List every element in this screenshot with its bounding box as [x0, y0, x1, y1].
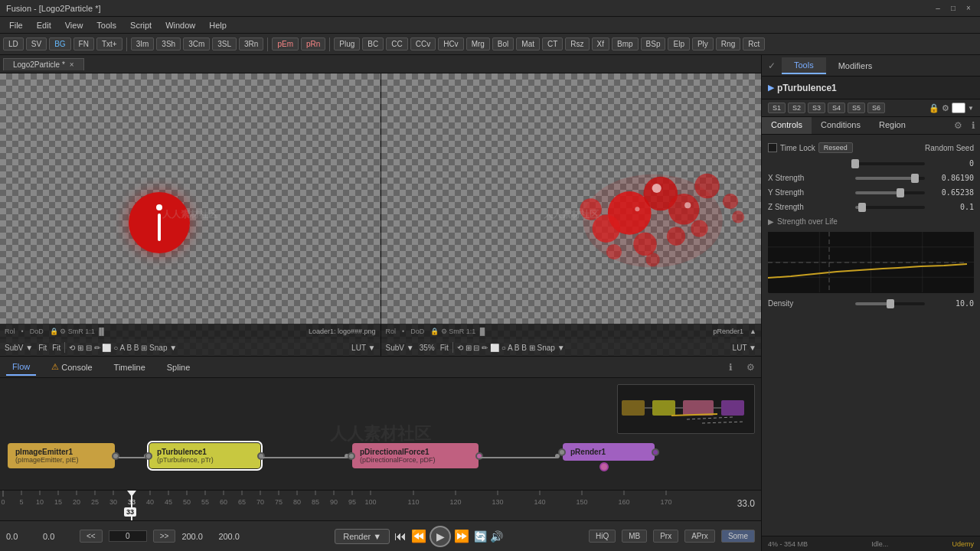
vt-pct-right[interactable]: 35%: [418, 344, 436, 352]
toolbar-btn-bg[interactable]: BG: [49, 37, 70, 51]
toolbar-btn-prn[interactable]: pRn: [301, 37, 325, 51]
color-swatch[interactable]: [952, 103, 965, 113]
node1-port-out[interactable]: [112, 452, 119, 460]
volume-btn[interactable]: 🔊: [490, 530, 503, 543]
toolbar-btn-mat[interactable]: Mat: [516, 37, 540, 51]
toolbar-btn-cc[interactable]: CC: [386, 37, 407, 51]
s1-btn[interactable]: S1: [768, 103, 786, 113]
minimize-btn[interactable]: –: [933, 3, 943, 14]
vt-fit-left[interactable]: Fit: [37, 344, 48, 352]
toolbar-btn-xf[interactable]: Xf: [592, 37, 609, 51]
toolbar-btn-3im[interactable]: 3Im: [131, 37, 155, 51]
prev-frame-btn[interactable]: ⏪: [410, 527, 428, 545]
toolbar-btn-3cm[interactable]: 3Cm: [183, 37, 210, 51]
toolbar-btn-rng[interactable]: Rng: [716, 37, 740, 51]
node3-port-in[interactable]: [348, 452, 355, 460]
menu-edit[interactable]: Edit: [31, 19, 57, 31]
toolbar-btn-pem[interactable]: pEm: [272, 37, 299, 51]
ctrl-gear-icon[interactable]: ⚙: [949, 117, 967, 134]
s6-btn[interactable]: S6: [867, 103, 885, 113]
vt-fit-right[interactable]: Fit: [439, 344, 450, 352]
back-btn[interactable]: <<: [80, 530, 103, 543]
panel-collapse-btn[interactable]: ✓: [762, 57, 782, 74]
node-info-icon[interactable]: ℹ: [729, 362, 733, 373]
ctrl-tab-conditions[interactable]: Conditions: [812, 117, 870, 134]
toolbar-btn-txt[interactable]: Txt+: [96, 37, 122, 51]
node3-port-out[interactable]: [475, 452, 483, 460]
toolbar-btn-bmp[interactable]: Bmp: [612, 37, 639, 51]
node-canvas[interactable]: 人人素材社区: [0, 378, 761, 490]
fwd-btn[interactable]: >>: [153, 530, 176, 543]
mb-btn[interactable]: MB: [622, 530, 647, 543]
vt-icons-right[interactable]: ⟲ ⊞ ⊟ ✏ ⬜ ○ A B B ⊞ Snap ▼: [456, 344, 567, 352]
toolbar-btn-fn[interactable]: FN: [74, 37, 94, 51]
tab-console[interactable]: ⚠Console: [45, 359, 98, 375]
density-slider[interactable]: [855, 302, 925, 305]
s2-btn[interactable]: S2: [788, 103, 805, 113]
vt-subv-left[interactable]: SubV ▼: [3, 344, 34, 352]
toolbar-btn-ccv[interactable]: CCv: [410, 37, 436, 51]
loop-btn[interactable]: 🔄: [474, 530, 487, 543]
timeline-track[interactable]: 0 5 10 15 20 25: [0, 491, 761, 520]
skip-back-btn[interactable]: ⏮: [393, 528, 408, 545]
settings-icon[interactable]: ⚙: [942, 103, 949, 113]
vt-icons-left[interactable]: ⟲ ⊞ ⊟ ✏ ⬜ ○ A B B ⊞ Snap ▼: [67, 344, 178, 352]
hiq-btn[interactable]: HiQ: [589, 530, 616, 543]
toolbar-btn-bol[interactable]: Bol: [492, 37, 514, 51]
tab-close-icon[interactable]: ×: [70, 60, 74, 69]
toolbar-btn-elp[interactable]: Elp: [668, 37, 689, 51]
time-lock-checkbox[interactable]: [768, 143, 777, 152]
close-btn[interactable]: ×: [963, 3, 974, 14]
vt-lut-right[interactable]: LUT ▼: [731, 344, 758, 352]
next-frame-btn[interactable]: ⏩: [452, 527, 471, 545]
node-pimageemitter[interactable]: pImageEmitter1 (pImageEmitter, pIE): [8, 443, 115, 468]
menu-window[interactable]: Window: [159, 19, 201, 31]
node-prender[interactable]: pRender1: [563, 443, 655, 461]
s5-btn[interactable]: S5: [848, 103, 865, 113]
node2-port-out[interactable]: [257, 452, 265, 460]
tab-logo2particle[interactable]: Logo2Particle * ×: [3, 58, 84, 70]
tab-spline[interactable]: Spline: [161, 360, 197, 375]
random-seed-slider[interactable]: [855, 162, 925, 165]
node-pturbulence[interactable]: pTurbulence1 (pTurbulence, pTr): [149, 443, 260, 468]
ptitle-arrow[interactable]: ▶: [768, 83, 774, 93]
toolbar-btn-3sl[interactable]: 3SL: [212, 37, 237, 51]
ctrl-tab-controls[interactable]: Controls: [762, 117, 812, 134]
tab-modifiers[interactable]: Modifiers: [826, 58, 885, 73]
toolbar-btn-plug[interactable]: Plug: [334, 37, 360, 51]
prx-btn[interactable]: Prx: [653, 530, 678, 543]
menu-tools[interactable]: Tools: [90, 19, 122, 31]
toolbar-btn-sv[interactable]: SV: [26, 37, 47, 51]
menu-view[interactable]: View: [59, 19, 90, 31]
menu-help[interactable]: Help: [203, 19, 233, 31]
some-btn[interactable]: Some: [721, 530, 755, 543]
viewer-right-expand[interactable]: ▲: [750, 328, 756, 335]
aprx-btn[interactable]: APrx: [684, 530, 715, 543]
strength-over-life-section[interactable]: ▶ Strength over Life: [762, 214, 980, 229]
y-strength-slider[interactable]: [855, 191, 925, 194]
toolbar-btn-rct[interactable]: Rct: [743, 37, 765, 51]
viewer-right[interactable]: 人人素材社区 SubV ▼ 35% Fit ⟲ ⊞ ⊟ ✏ ⬜ ○ A B B …: [381, 73, 762, 356]
node-pdirectionalforce[interactable]: pDirectionalForce1 (pDirectionalForce, p…: [352, 443, 479, 468]
render-btn[interactable]: Render ▼: [335, 529, 390, 544]
vt-fit2-left[interactable]: Fit: [51, 344, 62, 352]
z-strength-slider[interactable]: [855, 206, 925, 209]
toolbar-btn-ct[interactable]: CT: [542, 37, 563, 51]
toolbar-btn-3sh[interactable]: 3Sh: [156, 37, 181, 51]
ctrl-info-icon[interactable]: ℹ: [967, 117, 980, 134]
toolbar-btn-bc[interactable]: BC: [362, 37, 384, 51]
maximize-btn[interactable]: □: [948, 3, 959, 14]
toolbar-btn-mrg[interactable]: Mrg: [466, 37, 490, 51]
frame-input[interactable]: [109, 530, 147, 542]
node2-port-in[interactable]: [145, 452, 152, 460]
s3-btn[interactable]: S3: [808, 103, 825, 113]
toolbar-btn-rsz[interactable]: Rsz: [565, 37, 589, 51]
toolbar-btn-bsp[interactable]: BSp: [641, 37, 666, 51]
node4-port-in[interactable]: [558, 448, 566, 456]
tab-timeline[interactable]: Timeline: [108, 360, 152, 375]
s4-btn[interactable]: S4: [828, 103, 845, 113]
toolbar-btn-ld[interactable]: LD: [3, 37, 24, 51]
node4-port-out[interactable]: [652, 448, 659, 456]
ctrl-tab-region[interactable]: Region: [870, 117, 915, 134]
tab-tools[interactable]: Tools: [782, 57, 826, 74]
